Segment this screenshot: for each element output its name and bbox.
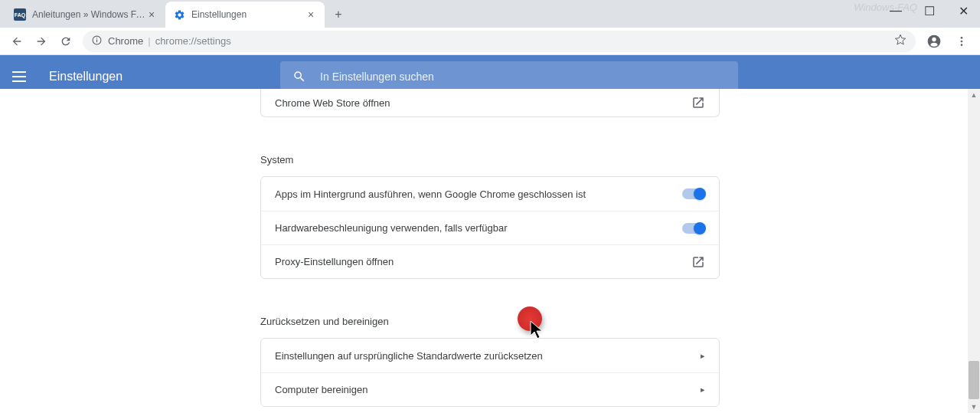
chevron-right-icon: ▸ bbox=[701, 385, 705, 395]
forward-button[interactable] bbox=[31, 31, 52, 52]
open-external-icon bbox=[691, 255, 705, 269]
scrollbar[interactable]: ▲ ▼ bbox=[968, 89, 980, 413]
site-info-icon[interactable] bbox=[92, 35, 102, 48]
row-label: Computer bereinigen bbox=[275, 384, 701, 395]
url-separator: | bbox=[148, 35, 150, 47]
row-proxy-settings[interactable]: Proxy-Einstellungen öffnen bbox=[261, 244, 719, 278]
window-minimize-button[interactable]: — bbox=[879, 0, 913, 21]
page-title: Einstellungen bbox=[49, 70, 122, 84]
section-heading-reset: Zurücksetzen und bereinigen bbox=[260, 297, 720, 338]
close-tab-icon[interactable]: × bbox=[305, 8, 317, 21]
favicon-faq: FAQ bbox=[14, 8, 26, 21]
open-external-icon bbox=[691, 96, 705, 110]
svg-rect-2 bbox=[96, 38, 97, 38]
svg-point-7 bbox=[961, 44, 963, 46]
url-scheme: Chrome bbox=[108, 35, 143, 47]
new-tab-button[interactable]: + bbox=[328, 4, 349, 25]
row-label: Proxy-Einstellungen öffnen bbox=[275, 256, 691, 267]
scrollbar-thumb[interactable] bbox=[969, 361, 979, 399]
svg-point-4 bbox=[932, 37, 936, 41]
reset-card: Einstellungen auf ursprüngliche Standard… bbox=[260, 338, 720, 407]
url-text: chrome://settings bbox=[155, 35, 231, 47]
browser-toolbar: Chrome | chrome://settings bbox=[0, 28, 980, 55]
window-maximize-button[interactable]: ☐ bbox=[913, 0, 946, 21]
close-tab-icon[interactable]: × bbox=[145, 8, 158, 21]
toggle-background-apps[interactable] bbox=[682, 188, 705, 199]
tab-settings[interactable]: Einstellungen × bbox=[165, 2, 325, 28]
section-heading-system: System bbox=[260, 136, 720, 176]
annotation-cursor-icon bbox=[530, 320, 545, 340]
system-card: Apps im Hintergrund ausführen, wenn Goog… bbox=[260, 176, 720, 279]
svg-point-5 bbox=[961, 37, 963, 39]
settings-search-input[interactable] bbox=[320, 70, 726, 83]
bookmark-icon[interactable] bbox=[894, 34, 906, 48]
address-bar[interactable]: Chrome | chrome://settings bbox=[83, 31, 916, 52]
settings-content: Chrome Web Store öffnen System Apps im H… bbox=[0, 89, 980, 413]
svg-point-6 bbox=[961, 40, 963, 42]
row-hardware-accel[interactable]: Hardwarebeschleunigung verwenden, falls … bbox=[261, 211, 719, 244]
webstore-card: Chrome Web Store öffnen bbox=[260, 89, 720, 117]
chevron-right-icon: ▸ bbox=[701, 351, 705, 361]
toggle-hardware-accel[interactable] bbox=[682, 223, 705, 234]
reload-button[interactable] bbox=[55, 31, 77, 52]
row-background-apps[interactable]: Apps im Hintergrund ausführen, wenn Goog… bbox=[261, 177, 719, 211]
scroll-up-arrow[interactable]: ▲ bbox=[968, 89, 980, 101]
settings-search[interactable] bbox=[280, 61, 738, 92]
row-reset-defaults[interactable]: Einstellungen auf ursprüngliche Standard… bbox=[261, 339, 719, 372]
tab-title: Anleitungen » Windows FAQ bbox=[32, 9, 145, 20]
scroll-down-arrow[interactable]: ▼ bbox=[968, 401, 980, 413]
chrome-menu-icon[interactable] bbox=[949, 29, 974, 54]
search-icon bbox=[292, 70, 306, 84]
tab-windows-faq[interactable]: FAQ Anleitungen » Windows FAQ × bbox=[6, 2, 165, 28]
row-label: Apps im Hintergrund ausführen, wenn Goog… bbox=[275, 188, 682, 200]
tab-title: Einstellungen bbox=[191, 9, 305, 20]
svg-rect-1 bbox=[96, 39, 97, 42]
row-cleanup-computer[interactable]: Computer bereinigen ▸ bbox=[261, 372, 719, 406]
row-open-webstore[interactable]: Chrome Web Store öffnen bbox=[261, 89, 719, 116]
tab-strip: FAQ Anleitungen » Windows FAQ × Einstell… bbox=[0, 0, 980, 28]
hamburger-menu-icon[interactable] bbox=[12, 67, 31, 86]
back-button[interactable] bbox=[6, 31, 28, 52]
favicon-settings bbox=[173, 8, 185, 21]
window-close-button[interactable]: ✕ bbox=[946, 0, 980, 21]
row-label: Chrome Web Store öffnen bbox=[275, 97, 691, 109]
profile-icon[interactable] bbox=[922, 29, 946, 54]
row-label: Hardwarebeschleunigung verwenden, falls … bbox=[275, 222, 682, 234]
row-label: Einstellungen auf ursprüngliche Standard… bbox=[275, 350, 701, 362]
